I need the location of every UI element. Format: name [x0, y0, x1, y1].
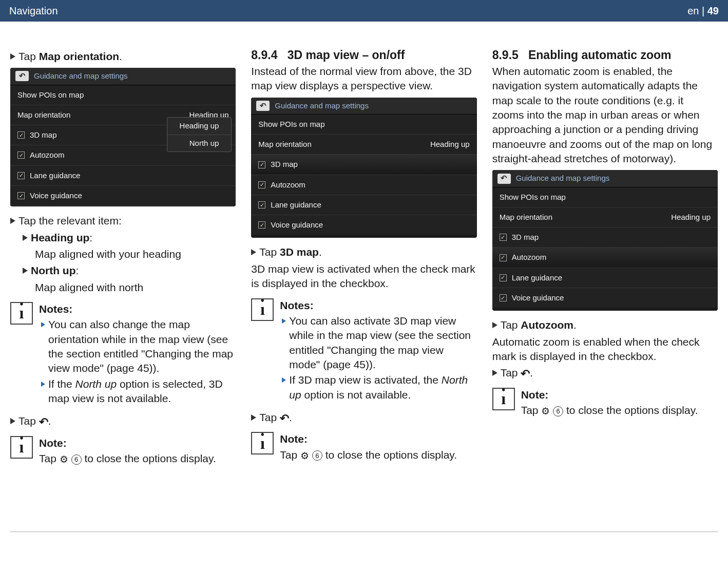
info-icon: ı: [251, 298, 274, 321]
checkbox-icon: ✓: [258, 161, 265, 168]
instruction-tap-relevant: Tap the relevant item:: [10, 214, 236, 228]
column-1: Tap Map orientation. ↶ Guidance and map …: [10, 47, 236, 474]
bullet-icon: [492, 370, 497, 376]
gear-icon: ⚙: [300, 450, 309, 461]
instruction-tap-autozoom: Tap Autozoom.: [492, 318, 718, 332]
instruction-tap-back: Tap ↶.: [10, 414, 236, 428]
note-item: You can also change the map orientation …: [41, 317, 236, 375]
bullet-icon: [23, 268, 28, 274]
ss-titlebar: ↶ Guidance and map settings: [251, 98, 476, 115]
instruction-tap-3dmap: Tap 3D map.: [251, 245, 476, 259]
notes-title: Notes:: [39, 302, 236, 316]
circled-number: 6: [312, 450, 322, 461]
note-box-single: ı Note: Tap ⚙ 6 to close the options dis…: [10, 436, 236, 466]
option-north-up: North up:: [23, 263, 236, 278]
circled-number: 6: [553, 406, 563, 416]
checkbox-icon: ✓: [500, 254, 507, 261]
content-columns: Tap Map orientation. ↶ Guidance and map …: [0, 22, 728, 474]
instruction-tap-map-orientation: Tap Map orientation.: [10, 49, 236, 64]
back-icon[interactable]: ↶: [256, 101, 270, 111]
bullet-icon: [10, 418, 15, 424]
ss-row-lane[interactable]: ✓Lane guidance: [10, 166, 236, 186]
ss-title-text: Guidance and map settings: [34, 71, 128, 81]
bullet-icon: [23, 235, 28, 241]
ss-row-autozoom[interactable]: ✓Autozoom: [251, 175, 476, 195]
note-item: You can also activate 3D map view while …: [282, 314, 476, 372]
notes-list: You can also change the map orientation …: [39, 317, 236, 406]
ss-row-pois[interactable]: Show POIs on map: [251, 115, 476, 135]
ss-title-text: Guidance and map settings: [516, 173, 610, 183]
checkbox-icon: ✓: [258, 221, 265, 229]
screenshot-map-orientation-menu: ↶ Guidance and map settings Show POIs on…: [10, 68, 236, 206]
bullet-icon: [282, 318, 286, 324]
circled-number: 6: [71, 455, 82, 465]
ss-row-lane[interactable]: ✓Lane guidance: [492, 268, 718, 288]
ss-row-3dmap[interactable]: ✓3D map: [251, 155, 476, 175]
note-item: If the North up option is selected, 3D m…: [41, 377, 236, 406]
header-title: Navigation: [9, 5, 58, 17]
ss-row-voice[interactable]: ✓Voice guidance: [10, 186, 236, 206]
ss-row-3dmap[interactable]: ✓3D map: [492, 228, 718, 248]
note-title: Note:: [39, 436, 236, 450]
column-2: 8.9.4 3D map view – on/off Instead of th…: [251, 47, 476, 474]
ss-row-voice[interactable]: ✓Voice guidance: [492, 288, 718, 308]
info-icon: ı: [10, 302, 33, 325]
ss-row-autozoom[interactable]: ✓Autozoom: [492, 248, 718, 268]
bullet-icon: [492, 322, 497, 328]
header-bar: Navigation en | 49: [0, 0, 728, 22]
gear-icon: ⚙: [60, 454, 68, 465]
checkbox-icon: ✓: [258, 181, 265, 188]
checkbox-icon: ✓: [17, 152, 25, 159]
footer-divider: [10, 532, 718, 532]
checkbox-icon: ✓: [17, 131, 25, 139]
enabled-text: Automatic zoom is enabled when the check…: [492, 335, 718, 364]
ss-title-text: Guidance and map settings: [275, 101, 369, 111]
bullet-icon: [41, 382, 45, 387]
north-up-desc: Map aligned with north: [23, 280, 236, 295]
ss-row-pois[interactable]: Show POIs on map: [492, 187, 718, 207]
checkbox-icon: ✓: [500, 294, 507, 301]
gear-icon: ⚙: [541, 406, 550, 416]
info-icon: ı: [251, 432, 274, 455]
bullet-icon: [10, 218, 15, 224]
back-icon[interactable]: ↶: [497, 174, 511, 184]
column-3: 8.9.5 Enabling automatic zoom When autom…: [492, 47, 718, 474]
section-intro: Instead of the normal view from above, t…: [251, 64, 476, 93]
bullet-icon: [10, 53, 15, 60]
ss-row-orientation[interactable]: Map orientationHeading up: [251, 135, 476, 155]
header-page: en | 49: [687, 5, 719, 17]
ss-row-orientation[interactable]: Map orientationHeading up: [492, 207, 718, 228]
note-item: If 3D map view is activated, the North u…: [282, 373, 476, 402]
back-icon: ↶: [521, 367, 530, 380]
checkbox-icon: ✓: [17, 192, 25, 199]
section-heading: 8.9.4 3D map view – on/off: [251, 47, 476, 63]
notes-list: You can also activate 3D map view while …: [280, 314, 476, 402]
dropdown-option-heading-up[interactable]: Heading up: [167, 118, 232, 135]
checkbox-icon: ✓: [500, 234, 507, 241]
orientation-dropdown[interactable]: Heading up North up: [167, 117, 232, 152]
sub-list: Heading up: Map aligned with your headin…: [10, 231, 236, 295]
bullet-icon: [41, 322, 45, 327]
notes-box: ı Notes: You can also change the map ori…: [10, 302, 236, 407]
notes-title: Notes:: [280, 298, 476, 313]
checkbox-icon: ✓: [500, 274, 507, 281]
ss-titlebar: ↶ Guidance and map settings: [10, 68, 236, 85]
dropdown-option-north-up[interactable]: North up: [167, 135, 232, 152]
screenshot-3dmap: ↶ Guidance and map settings Show POIs on…: [251, 98, 476, 238]
heading-up-desc: Map aligned with your heading: [23, 247, 236, 261]
instruction-tap-back: Tap ↶.: [492, 366, 718, 380]
checkbox-icon: ✓: [258, 201, 265, 209]
ss-row-voice[interactable]: ✓Voice guidance: [251, 215, 476, 235]
instruction-tap-back: Tap ↶.: [251, 410, 476, 425]
ss-row-pois[interactable]: Show POIs on map: [10, 85, 236, 105]
ss-titlebar: ↶ Guidance and map settings: [492, 170, 718, 187]
screenshot-autozoom: ↶ Guidance and map settings Show POIs on…: [492, 170, 718, 311]
note-title: Note:: [280, 432, 476, 446]
back-icon: ↶: [280, 412, 289, 425]
ss-row-lane[interactable]: ✓Lane guidance: [251, 195, 476, 215]
activation-text: 3D map view is activated when the check …: [251, 262, 476, 291]
back-icon[interactable]: ↶: [15, 71, 29, 81]
option-heading-up: Heading up:: [23, 231, 236, 245]
note-box-single: ı Note: Tap ⚙ 6 to close the options dis…: [492, 388, 718, 418]
info-icon: ı: [492, 388, 515, 410]
